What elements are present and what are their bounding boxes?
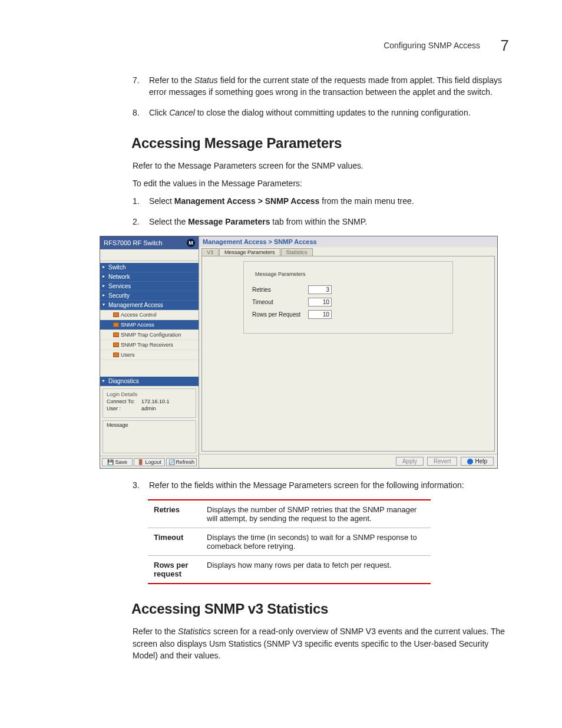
step3-number: 3. (133, 479, 149, 491)
description: Displays the time (in seconds) to wait f… (201, 528, 431, 556)
row-retries: Retries 3 (252, 285, 444, 294)
timeout-input[interactable]: 10 (308, 298, 332, 307)
section1-heading: Accessing Message Parameters (131, 135, 509, 151)
product-name: RFS7000 RF Switch (104, 239, 163, 246)
row-timeout: Timeout 10 (252, 298, 444, 307)
tab-statistics[interactable]: Statistics (281, 248, 313, 256)
row-rows-per-request: Rows per Request 10 (252, 310, 444, 319)
save-button[interactable]: 💾Save (102, 458, 133, 466)
fieldset-legend: Message Parameters (253, 271, 308, 277)
message-panel: Message (103, 420, 196, 453)
retries-input[interactable]: 3 (308, 285, 332, 294)
connect-to-label: Connect To: (107, 398, 139, 404)
rows-per-request-input[interactable]: 10 (308, 310, 332, 319)
section2-p1: Refer to the Statistics screen for a rea… (133, 625, 509, 661)
revert-button[interactable]: Revert (427, 457, 457, 466)
nav-tree: Switch Network Services Security Managem… (100, 263, 199, 386)
step-number: 7. (133, 74, 149, 98)
term: Rows per request (148, 556, 201, 584)
table-row: Rows per requestDisplays how many rows p… (148, 556, 431, 584)
steps-top: 7.Refer to the Status field for the curr… (133, 74, 509, 118)
step-number: 2. (133, 216, 149, 228)
motorola-logo-icon: M (187, 239, 195, 247)
tree-diagnostics[interactable]: Diagnostics (100, 377, 199, 386)
breadcrumb: Management Access > SNMP Access (199, 236, 497, 247)
table-row: TimeoutDisplays the time (in seconds) to… (148, 528, 431, 556)
step-text: Click Cancel to close the dialog without… (149, 107, 509, 118)
step-number: 8. (133, 107, 149, 118)
tree-services[interactable]: Services (100, 282, 199, 291)
message-parameters-fieldset: Message Parameters Retries 3 Timeout 10 … (243, 261, 453, 334)
tree-snmp-trap-receivers[interactable]: SNMP Trap Receivers (100, 340, 199, 350)
page-header: Configuring SNMP Access 7 (384, 37, 509, 55)
tree-network[interactable]: Network (100, 272, 199, 282)
list-item: 1.Select Management Access > SNMP Access… (133, 195, 509, 207)
main-panel: Management Access > SNMP Access V3 Messa… (199, 236, 497, 468)
user-label: User : (107, 406, 139, 411)
help-icon (467, 459, 473, 465)
step-text: Refer to the Status field for the curren… (149, 74, 509, 98)
app-screenshot: RFS7000 RF Switch M Switch Network Servi… (100, 236, 498, 469)
section1-steps: 1.Select Management Access > SNMP Access… (133, 195, 509, 228)
term: Timeout (148, 528, 201, 556)
step3-text: Refer to the fields within the Message P… (149, 479, 509, 491)
folder-icon (113, 322, 119, 327)
section1-p1: Refer to the Message Parameters screen f… (133, 160, 509, 172)
step-text: Select the Message Parameters tab from w… (149, 216, 509, 228)
retries-label: Retries (252, 286, 308, 293)
list-item: 2.Select the Message Parameters tab from… (133, 216, 509, 228)
folder-icon (113, 342, 119, 347)
tree-security[interactable]: Security (100, 291, 199, 301)
tree-access-control[interactable]: Access Control (100, 310, 199, 320)
list-item: 7.Refer to the Status field for the curr… (133, 74, 509, 98)
page-number: 7 (501, 37, 509, 55)
login-details: Login Details Connect To:172.16.10.1 Use… (103, 388, 196, 418)
tree-switch[interactable]: Switch (100, 263, 199, 272)
user-value: admin (141, 406, 156, 411)
tabs: V3 Message Parameters Statistics (199, 247, 497, 256)
message-legend: Message (107, 422, 128, 428)
description: Displays the number of SNMP retries that… (201, 500, 431, 528)
timeout-label: Timeout (252, 299, 308, 305)
list-item: 8.Click Cancel to close the dialog witho… (133, 107, 509, 118)
logout-button[interactable]: 🚪Logout (134, 458, 164, 466)
rows-per-request-label: Rows per Request (252, 311, 308, 318)
apply-button[interactable]: Apply (396, 457, 424, 466)
folder-icon (113, 312, 119, 317)
step-text: Select Management Access > SNMP Access f… (149, 195, 509, 207)
term: Retries (148, 500, 201, 528)
step-number: 1. (133, 195, 149, 207)
tree-management-access[interactable]: Management Access (100, 301, 199, 310)
header-title: Configuring SNMP Access (384, 41, 480, 50)
tab-v3[interactable]: V3 (201, 248, 219, 256)
table-row: RetriesDisplays the number of SNMP retri… (148, 500, 431, 528)
section1-p2: To edit the values in the Message Parame… (133, 177, 509, 189)
definition-table: RetriesDisplays the number of SNMP retri… (148, 499, 431, 584)
description: Displays how many rows per data to fetch… (201, 556, 431, 584)
sidebar-title: RFS7000 RF Switch M (100, 236, 199, 249)
refresh-button[interactable]: 🔃Refresh (166, 458, 197, 466)
tab-message-parameters[interactable]: Message Parameters (219, 248, 280, 256)
help-button[interactable]: Help (461, 457, 494, 466)
tree-snmp-trap-config[interactable]: SNMP Trap Configuration (100, 330, 199, 340)
sidebar: RFS7000 RF Switch M Switch Network Servi… (100, 236, 199, 468)
connect-to-value: 172.16.10.1 (141, 398, 170, 404)
folder-icon (113, 353, 119, 357)
folder-icon (113, 332, 119, 337)
section2-heading: Accessing SNMP v3 Statistics (131, 601, 509, 617)
step3-list: 3. Refer to the fields within the Messag… (133, 479, 509, 491)
tree-snmp-access[interactable]: SNMP Access (100, 320, 199, 330)
login-legend: Login Details (107, 391, 192, 397)
tree-users[interactable]: Users (100, 350, 199, 360)
